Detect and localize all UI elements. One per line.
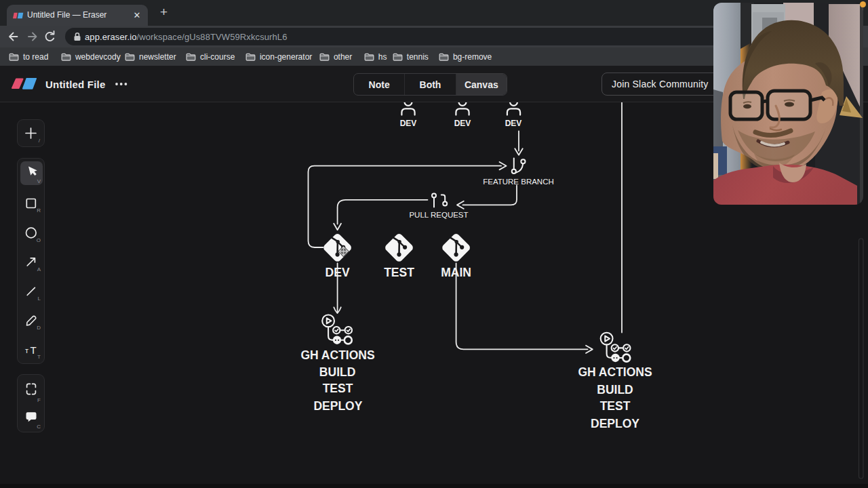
svg-text:GH ACTIONS: GH ACTIONS	[578, 365, 652, 379]
svg-text:DEV: DEV	[505, 119, 522, 128]
svg-text:BUILD: BUILD	[597, 383, 633, 396]
svg-text:т: т	[25, 346, 28, 354]
svg-text:GH ACTIONS: GH ACTIONS	[300, 348, 374, 362]
svg-text:TEST: TEST	[323, 382, 353, 395]
svg-text:TEST: TEST	[600, 399, 631, 413]
svg-text:DEV: DEV	[326, 266, 350, 279]
svg-text:DEV: DEV	[454, 119, 471, 128]
svg-text:DEPLOY: DEPLOY	[591, 417, 639, 430]
svg-text:TEST: TEST	[384, 266, 414, 279]
svg-text:MAIN: MAIN	[441, 266, 471, 279]
svg-text:DEPLOY: DEPLOY	[313, 399, 362, 413]
svg-text:T: T	[31, 344, 37, 356]
svg-text:DEV: DEV	[400, 119, 417, 128]
svg-text:PULL REQUEST: PULL REQUEST	[409, 211, 468, 219]
svg-text:BUILD: BUILD	[319, 365, 355, 379]
svg-text:FEATURE BRANCH: FEATURE BRANCH	[483, 178, 554, 186]
